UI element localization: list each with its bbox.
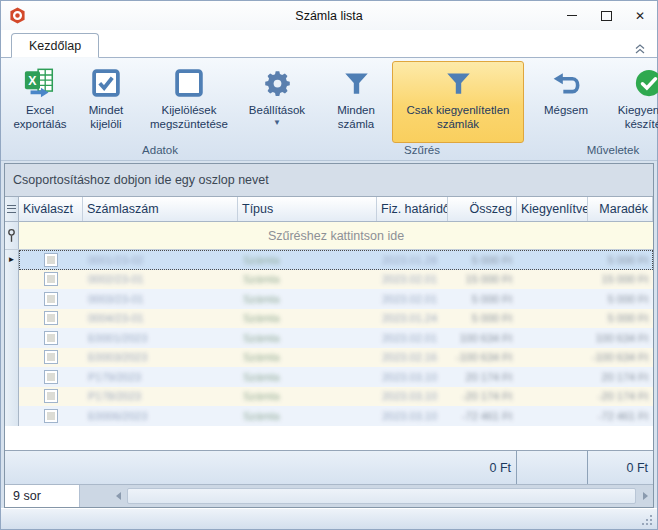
table-row[interactable]: 0002/23-01 Számla 2023.02.01 15 000 Ft 1…	[5, 270, 653, 290]
scroll-right-button[interactable]	[637, 485, 653, 507]
cell-remainder: 100 634 Ft	[588, 328, 653, 348]
cell-invoice: 0001/23-02	[83, 250, 238, 270]
column-header-fiz-hatarido[interactable]: Fiz. határidő	[377, 197, 448, 221]
unsettled-only-button[interactable]: Csak kiegyenlítetlen számlák	[392, 61, 524, 143]
row-checkbox-cell	[19, 289, 83, 309]
select-all-button[interactable]: Mindet kijelöli	[74, 61, 138, 143]
scroll-left-button[interactable]	[110, 485, 126, 507]
svg-text:X: X	[28, 73, 37, 87]
ribbon-group-label: Műveletek	[527, 143, 658, 160]
row-indicator	[5, 348, 19, 368]
summary-maradek: 0 Ft	[588, 451, 653, 484]
button-label: Mindet kijelöli	[79, 103, 133, 131]
window-controls: ✕	[555, 1, 657, 30]
row-checkbox[interactable]	[44, 350, 58, 364]
row-checkbox[interactable]	[44, 389, 58, 403]
app-icon	[9, 7, 26, 24]
horizontal-scrollbar-row: 9 sor	[5, 484, 653, 507]
table-row[interactable]: E0003/2023 Számla 2023.02.16 -100 634 Ft…	[5, 348, 653, 368]
create-settlement-button[interactable]: Kiegyenlítés készítése	[602, 61, 658, 143]
row-checkbox[interactable]	[44, 370, 58, 384]
filter-row[interactable]: Szűréshez kattintson ide	[5, 222, 653, 250]
close-button[interactable]: ✕	[623, 1, 657, 30]
summary-spacer	[5, 451, 19, 484]
checkbox-empty-icon	[174, 65, 204, 101]
chevron-down-icon: ▼	[273, 119, 281, 127]
column-header-tipus[interactable]: Típus	[238, 197, 377, 221]
ribbon-group-szures: Minden számla Csak kiegyenlítetlen száml…	[317, 58, 527, 160]
tab-kezdolap[interactable]: Kezdőlap	[11, 33, 99, 58]
menu-lines-icon	[7, 205, 16, 213]
maximize-icon	[601, 11, 612, 21]
cell-due-date: 2023.02.01	[377, 289, 448, 309]
cell-amount: -72 461 Ft	[448, 406, 517, 426]
settings-button[interactable]: Beállítások ▼	[240, 61, 314, 143]
column-header-szamlaszam[interactable]: Számlaszám	[83, 197, 238, 221]
cell-due-date: 2023.01.24	[377, 309, 448, 329]
cell-due-date: 2023.02.01	[377, 270, 448, 290]
row-indicator	[5, 406, 19, 426]
button-label: Beállítások	[249, 103, 305, 117]
clear-selection-button[interactable]: Kijelölések megszüntetése	[138, 61, 240, 143]
maximize-button[interactable]	[589, 1, 623, 30]
table-row[interactable]: P179/2023 Számla 2023.03.10 20 174 Ft 20…	[5, 367, 653, 387]
row-checkbox[interactable]	[44, 331, 58, 345]
cell-amount: 100 634 Ft	[448, 328, 517, 348]
row-checkbox[interactable]	[44, 272, 58, 286]
cell-invoice: E0001/2023	[83, 328, 238, 348]
pin-icon	[7, 228, 16, 243]
column-header-maradek[interactable]: Maradék	[588, 197, 653, 221]
table-row[interactable]: 0004/23-01 Számla 2023.01.24 5 000 Ft 5 …	[5, 309, 653, 329]
cell-amount: 5 000 Ft	[448, 250, 517, 270]
row-indicator: ►	[5, 250, 19, 270]
cell-invoice: E0006/2023	[83, 406, 238, 426]
table-row[interactable]: E0001/2023 Számla 2023.02.01 100 634 Ft …	[5, 328, 653, 348]
collapse-ribbon-button[interactable]	[633, 42, 647, 54]
table-row[interactable]: ► 0001/23-02 Számla 2023.01.28 5 000 Ft …	[5, 250, 653, 270]
minimize-button[interactable]	[555, 1, 589, 30]
cell-amount: 15 000 Ft	[448, 270, 517, 290]
button-label: Kijelölések megszüntetése	[143, 103, 235, 131]
summary-row: 0 Ft 0 Ft	[5, 450, 653, 484]
cell-amount: -20 174 Ft	[448, 387, 517, 407]
cell-invoice: 0003/23-01	[83, 289, 238, 309]
cell-invoice: P179/2023	[83, 367, 238, 387]
table-row[interactable]: E0006/2023 Számla 2023.03.10 -72 461 Ft …	[5, 406, 653, 426]
cell-type: Számla	[238, 387, 377, 407]
filter-icon	[445, 65, 472, 101]
all-invoices-button[interactable]: Minden számla	[320, 61, 392, 143]
row-checkbox[interactable]	[44, 292, 58, 306]
row-checkbox[interactable]	[44, 409, 58, 423]
row-checkbox[interactable]	[44, 253, 58, 267]
cell-type: Számla	[238, 309, 377, 329]
filter-prompt[interactable]: Szűréshez kattintson ide	[19, 222, 653, 249]
scrollbar-thumb[interactable]	[127, 488, 636, 504]
table-row[interactable]: 0003/23-01 Számla 2023.02.01 5 000 Ft 5 …	[5, 289, 653, 309]
column-header-osszeg[interactable]: Összeg	[448, 197, 517, 221]
ribbon-tab-row: Kezdőlap	[1, 30, 657, 58]
excel-export-button[interactable]: X Excel exportálás	[6, 61, 74, 143]
row-checkbox-cell	[19, 309, 83, 329]
row-indicator	[5, 387, 19, 407]
ribbon-group-muveletek: Mégsem Kiegyenlítés készítése Műveletek	[527, 58, 658, 160]
column-header-kiegyenlitve[interactable]: Kiegyenlítve	[517, 197, 588, 221]
ribbon-group-adatok: X Excel exportálás Mindet kijelöli	[3, 58, 317, 160]
row-checkbox-cell	[19, 367, 83, 387]
cell-settled	[517, 328, 588, 348]
resize-grip[interactable]	[650, 523, 652, 525]
excel-icon: X	[23, 65, 57, 101]
summary-osszeg: 0 Ft	[448, 451, 517, 484]
ribbon-group-label: Adatok	[3, 143, 317, 160]
row-checkbox[interactable]	[44, 311, 58, 325]
arrow-left-icon	[116, 492, 121, 500]
invoice-grid: Csoportosításhoz dobjon ide egy oszlop n…	[4, 163, 654, 508]
cell-type: Számla	[238, 289, 377, 309]
cancel-button[interactable]: Mégsem	[530, 61, 602, 143]
button-label: Mégsem	[544, 103, 588, 117]
table-row[interactable]: P178/2023 Számla 2023.03.10 -20 174 Ft -…	[5, 387, 653, 407]
scrollbar-track[interactable]	[80, 485, 110, 507]
cell-type: Számla	[238, 250, 377, 270]
cell-remainder: -72 461 Ft	[588, 406, 653, 426]
group-by-panel[interactable]: Csoportosításhoz dobjon ide egy oszlop n…	[5, 164, 653, 197]
column-header-kivalaszt[interactable]: Kiválaszt	[19, 197, 83, 221]
